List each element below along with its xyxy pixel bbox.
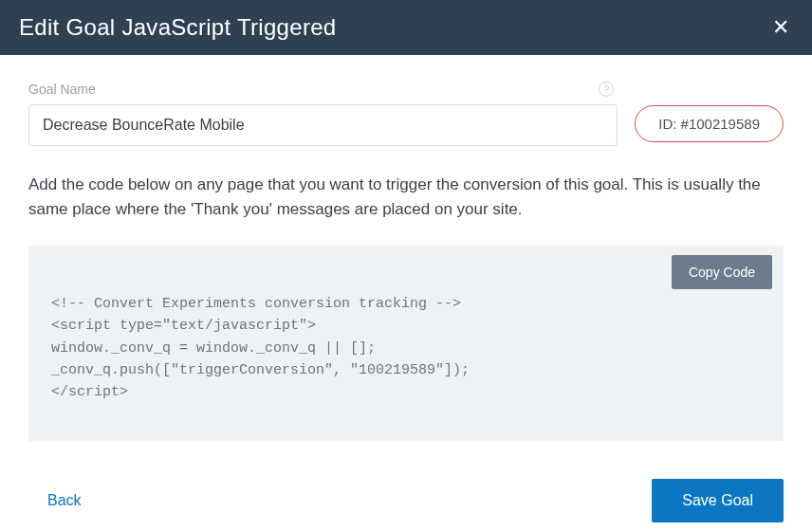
close-icon[interactable]: ✕ bbox=[768, 13, 793, 42]
goal-name-label-row: Goal Name ? bbox=[28, 82, 618, 97]
goal-name-input[interactable] bbox=[28, 104, 618, 146]
back-link[interactable]: Back bbox=[47, 492, 82, 509]
goal-name-label: Goal Name bbox=[28, 82, 96, 97]
modal-header: Edit Goal JavaScript Triggered ✕ bbox=[0, 0, 812, 55]
code-snippet: <!-- Convert Experiments conversion trac… bbox=[51, 293, 761, 403]
save-goal-button[interactable]: Save Goal bbox=[652, 479, 784, 522]
code-box: Copy Code <!-- Convert Experiments conve… bbox=[28, 246, 784, 441]
instruction-text: Add the code below on any page that you … bbox=[28, 173, 784, 221]
help-icon[interactable]: ? bbox=[599, 82, 614, 97]
goal-id-pill: ID: #100219589 bbox=[635, 105, 784, 142]
copy-code-button[interactable]: Copy Code bbox=[672, 255, 772, 289]
modal-footer: Back Save Goal bbox=[0, 460, 812, 531]
goal-name-row: Goal Name ? ID: #100219589 bbox=[28, 82, 784, 146]
goal-name-group: Goal Name ? bbox=[28, 82, 618, 146]
modal-body: Goal Name ? ID: #100219589 Add the code … bbox=[0, 55, 812, 460]
modal-title: Edit Goal JavaScript Triggered bbox=[19, 14, 337, 41]
